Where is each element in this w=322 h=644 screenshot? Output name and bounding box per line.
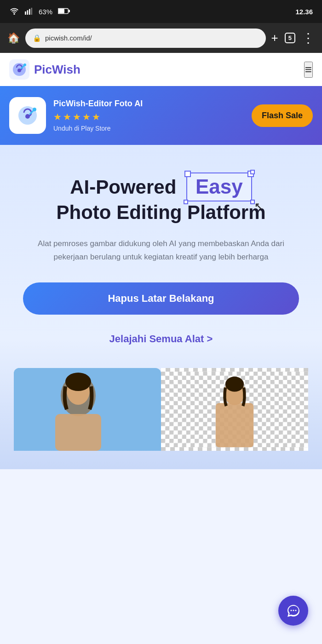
status-bar: 63% 12.36 bbox=[0, 0, 322, 23]
star-3: ★ bbox=[73, 111, 81, 122]
star-half: ★ bbox=[92, 111, 100, 122]
address-bar[interactable]: 🔒 picwish.com/id/ bbox=[25, 29, 266, 48]
signal-icon bbox=[25, 7, 33, 16]
wifi-icon bbox=[9, 7, 19, 16]
preview-section bbox=[14, 368, 308, 451]
hamburger-menu[interactable]: ≡ bbox=[304, 62, 313, 78]
svg-point-25 bbox=[225, 376, 244, 391]
svg-rect-16 bbox=[55, 414, 101, 451]
tab-count[interactable]: 5 bbox=[285, 33, 295, 43]
promo-banner: PicWish-Editor Foto AI ★ ★ ★ ★ ★ Unduh d… bbox=[0, 86, 322, 145]
svg-point-8 bbox=[17, 69, 21, 72]
star-1: ★ bbox=[53, 111, 62, 122]
svg-point-11 bbox=[25, 114, 30, 119]
handle-bl bbox=[184, 200, 188, 204]
time-display: 12.36 bbox=[295, 8, 313, 16]
cursor-icon: ↖ bbox=[254, 201, 262, 212]
home-button[interactable]: 🏠 bbox=[7, 32, 20, 44]
svg-rect-24 bbox=[216, 403, 253, 447]
preview-image-left bbox=[14, 368, 161, 451]
banner-info: PicWish-Editor Foto AI ★ ★ ★ ★ ★ Unduh d… bbox=[53, 99, 244, 132]
star-4: ★ bbox=[82, 111, 91, 122]
browser-actions: + 5 ⋮ bbox=[271, 30, 315, 46]
app-icon bbox=[9, 97, 46, 134]
star-rating: ★ ★ ★ ★ ★ bbox=[53, 111, 244, 122]
svg-point-9 bbox=[23, 63, 26, 66]
star-2: ★ bbox=[63, 111, 71, 122]
svg-rect-5 bbox=[58, 9, 64, 13]
navbar: PicWish ≡ bbox=[0, 53, 322, 86]
easy-highlight-box: Easy bbox=[186, 172, 252, 201]
svg-rect-6 bbox=[69, 10, 70, 12]
battery-icon bbox=[58, 8, 70, 16]
logo[interactable]: PicWish bbox=[9, 59, 80, 80]
new-tab-button[interactable]: + bbox=[271, 31, 278, 45]
battery-percent: 63% bbox=[39, 8, 52, 16]
svg-rect-2 bbox=[29, 9, 30, 14]
logo-text: PicWish bbox=[34, 63, 80, 77]
picwish-logo-icon bbox=[9, 59, 29, 80]
hero-section: AI-Powered Easy ↖ Photo Editing Platform… bbox=[0, 145, 322, 469]
url-text: picwish.com/id/ bbox=[45, 34, 92, 42]
preview-image-right bbox=[161, 368, 308, 451]
svg-rect-0 bbox=[25, 11, 26, 14]
cta-button[interactable]: Hapus Latar Belakang bbox=[23, 282, 299, 315]
flash-sale-button[interactable]: Flash Sale bbox=[252, 104, 313, 127]
svg-rect-1 bbox=[27, 10, 29, 15]
hero-description: Alat pemroses gambar didukung oleh AI ya… bbox=[32, 237, 290, 264]
hero-title-part1: AI-Powered bbox=[70, 176, 176, 198]
hero-title: AI-Powered Easy ↖ Photo Editing Platform bbox=[14, 172, 308, 224]
handle-tr bbox=[250, 170, 255, 174]
lock-icon: 🔒 bbox=[33, 34, 41, 42]
browser-menu-button[interactable]: ⋮ bbox=[302, 30, 315, 46]
svg-rect-3 bbox=[31, 7, 32, 14]
hero-title-part2: Photo Editing Platform bbox=[57, 201, 266, 223]
svg-point-12 bbox=[33, 108, 36, 111]
browser-bar: 🏠 🔒 picwish.com/id/ + 5 ⋮ bbox=[0, 23, 322, 53]
app-name: PicWish-Editor Foto AI bbox=[53, 99, 244, 109]
explore-link[interactable]: Jelajahi Semua Alat > bbox=[14, 333, 308, 345]
svg-point-17 bbox=[65, 373, 91, 391]
download-text: Unduh di Play Store bbox=[53, 125, 244, 132]
